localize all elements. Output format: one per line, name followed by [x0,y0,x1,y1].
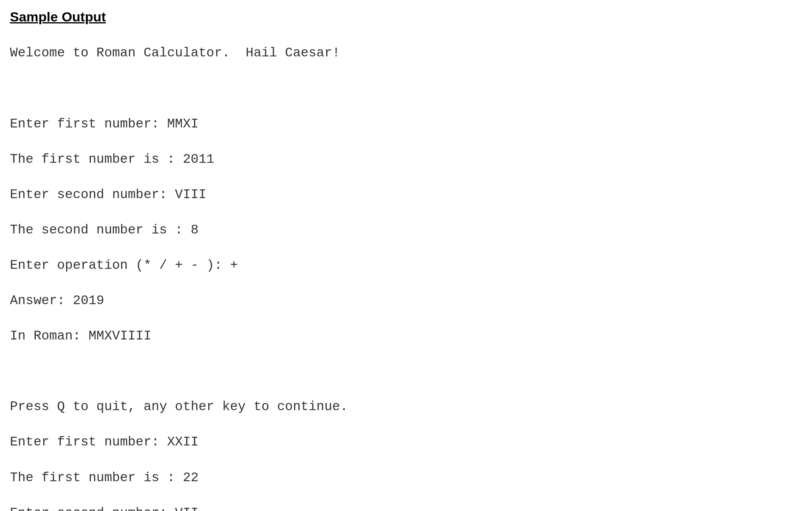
line-first-prompt-2: Enter first number: XXII [10,434,802,451]
console-output: Welcome to Roman Calculator. Hail Caesar… [10,27,802,511]
line-roman-1: In Roman: MMXVIIII [10,328,802,345]
line-first-prompt-1: Enter first number: MMXI [10,116,802,133]
line-second-prompt-2: Enter second number: VII [10,505,802,511]
heading-sample-output: Sample Output [10,8,802,26]
line-continue-prompt: Press Q to quit, any other key to contin… [10,398,802,416]
line-second-prompt-1: Enter second number: VIII [10,186,802,204]
line-first-value-2: The first number is : 22 [10,469,802,487]
line-operation-1: Enter operation (* / + - ): + [10,257,802,275]
line-first-value-1: The first number is : 2011 [10,151,802,169]
blank-line [10,363,802,381]
line-welcome: Welcome to Roman Calculator. Hail Caesar… [10,44,802,62]
line-second-value-1: The second number is : 8 [10,222,802,239]
blank-line [10,80,802,98]
line-answer-1: Answer: 2019 [10,292,802,310]
